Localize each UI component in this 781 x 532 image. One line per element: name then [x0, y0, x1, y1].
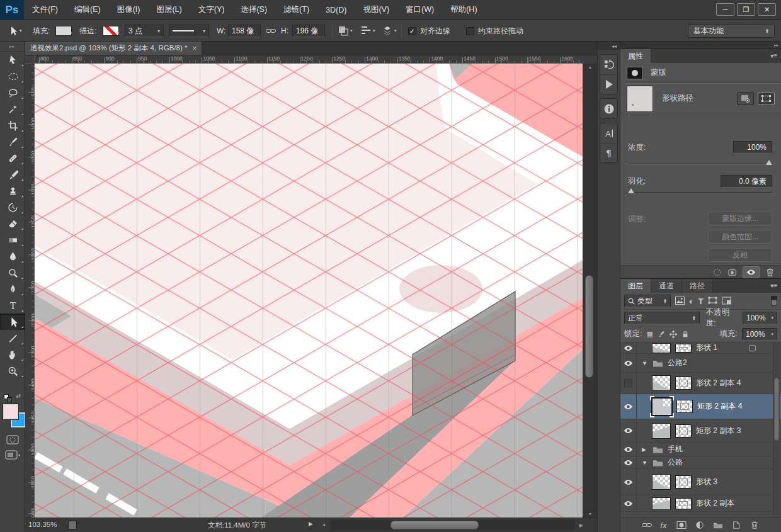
color-swatches[interactable] [3, 404, 23, 431]
fill-field[interactable]: 100% ▾ [742, 328, 777, 341]
stroke-style-select[interactable]: ▾ [169, 20, 209, 42]
horizontal-scrollbar[interactable] [331, 520, 575, 530]
layer-row-shape2copy4[interactable]: 形状 2 副本 4 [620, 373, 781, 394]
path-select-tool[interactable] [0, 314, 25, 330]
line-tool[interactable] [0, 330, 25, 346]
color-range-button[interactable]: 颜色范围... [708, 230, 772, 244]
close-button[interactable]: ✕ [758, 3, 776, 16]
clone-stamp-tool[interactable] [0, 183, 25, 199]
horizontal-scrollbar-thumb[interactable] [390, 521, 479, 529]
path-operations-icon[interactable]: ▾ [338, 20, 353, 42]
visibility-eye-icon[interactable] [620, 394, 637, 419]
density-slider[interactable] [628, 164, 772, 165]
load-selection-icon[interactable] [712, 268, 722, 277]
visibility-eye-icon[interactable] [620, 354, 637, 372]
tab-close-icon[interactable]: × [192, 44, 197, 53]
layer-group-gonglu2[interactable]: ▼ 公路2 [620, 354, 781, 373]
opacity-field[interactable]: 100% ▾ [743, 312, 777, 324]
stroke-swatch[interactable]: ▾ [103, 20, 119, 42]
quick-select-tool[interactable] [0, 101, 25, 117]
feather-slider-thumb[interactable] [628, 188, 634, 193]
layers-scrollbar-thumb[interactable] [774, 378, 779, 441]
gradient-tool[interactable] [0, 232, 25, 248]
visibility-eye-icon[interactable] [620, 469, 637, 495]
path-arrangement-icon[interactable]: ▾ [382, 20, 397, 42]
ruler-origin-corner[interactable] [25, 55, 35, 64]
layers-scrollbar[interactable] [773, 342, 780, 518]
default-swatches-icon[interactable]: ⇄ [4, 393, 21, 403]
visibility-eye-icon[interactable] [620, 419, 637, 442]
crop-tool[interactable] [0, 117, 25, 133]
tab-properties[interactable]: 属性 [620, 49, 651, 63]
layer-group-shouji[interactable]: ▶ 手机 [620, 443, 781, 456]
menu-window[interactable]: 窗口(W) [397, 0, 442, 20]
layer-row-rect2copy4-selected[interactable]: 矩形 2 副本 4 [620, 394, 781, 419]
eyedropper-tool[interactable] [0, 133, 25, 150]
blend-mode-select[interactable]: 正常 ▲▼ [624, 312, 700, 324]
tab-paths[interactable]: 路径 [682, 279, 713, 293]
menu-3d[interactable]: 3D(D) [317, 0, 355, 20]
dodge-tool[interactable] [0, 264, 25, 281]
add-layer-mask-icon[interactable] [676, 521, 687, 529]
restore-button[interactable]: ❐ [737, 3, 755, 16]
menu-layer[interactable]: 图层(L) [148, 0, 190, 20]
scroll-right-arrow[interactable]: ▶ [579, 523, 583, 528]
move-tool[interactable] [0, 52, 25, 68]
link-dimensions-icon[interactable] [266, 20, 276, 42]
current-tool-icon[interactable]: ▾ [8, 20, 22, 42]
invert-button[interactable]: 反相 [708, 248, 772, 262]
group-expand-icon[interactable]: ▼ [642, 460, 648, 466]
status-flyout-arrow[interactable]: ▶ [309, 521, 313, 527]
expand-panels-icon[interactable]: ◂◂ [598, 42, 620, 50]
mask-edge-button[interactable]: 蒙版边缘... [708, 212, 772, 225]
tab-layers[interactable]: 图层 [620, 279, 651, 293]
apply-mask-icon[interactable] [727, 268, 737, 277]
delete-mask-icon[interactable] [765, 268, 775, 277]
healing-brush-tool[interactable] [0, 150, 25, 166]
filter-adjustment-layers-icon[interactable]: ◐ [689, 297, 694, 305]
lock-position-icon[interactable] [670, 331, 677, 338]
layer-style-fx-icon[interactable]: fx. [660, 521, 668, 530]
menu-file[interactable]: 文件(F) [24, 0, 66, 20]
shape-path-thumbnail[interactable] [627, 86, 653, 112]
screen-mode-button[interactable]: ▾ [0, 447, 25, 462]
path-alignment-icon[interactable]: ▾ [360, 20, 375, 42]
group-expand-icon[interactable]: ▶ [642, 446, 648, 453]
new-layer-icon[interactable] [731, 521, 741, 529]
enable-mask-eye-icon[interactable] [743, 266, 760, 278]
zoom-tool[interactable] [0, 363, 25, 379]
visibility-toggle-empty[interactable] [620, 373, 637, 393]
lock-pixels-icon[interactable] [658, 331, 665, 338]
align-edges-checkbox[interactable]: ✓ 对齐边缘 [408, 20, 450, 42]
filter-shape-layers-icon[interactable] [708, 297, 717, 305]
menu-view[interactable]: 视图(V) [355, 0, 397, 20]
tools-collapse-icon[interactable]: ▸▸ [0, 42, 25, 52]
type-tool[interactable]: T [0, 297, 25, 314]
dock-header[interactable]: ▸▸ [620, 42, 781, 49]
group-expand-icon[interactable]: ▼ [642, 360, 648, 366]
density-slider-thumb[interactable] [766, 160, 772, 165]
layer-row-shape2copy[interactable]: 形状 2 副本 [620, 495, 781, 512]
lock-transparency-icon[interactable]: ▦ [646, 330, 653, 338]
panel-menu-icon[interactable]: ▾≡ [770, 52, 777, 59]
vector-mask-button[interactable] [758, 92, 775, 105]
menu-filter[interactable]: 滤镜(T) [275, 0, 317, 20]
pen-tool[interactable] [0, 281, 25, 297]
feather-value[interactable]: 0.0 像素 [721, 175, 772, 188]
layers-panel-menu-icon[interactable]: ▾≡ [770, 282, 777, 289]
layer-row-shape1[interactable]: 形状 1 [620, 342, 781, 354]
fill-swatch[interactable]: ▾ [55, 20, 72, 42]
filter-smart-objects-icon[interactable] [722, 297, 731, 306]
new-group-icon[interactable] [713, 521, 723, 529]
width-field[interactable]: 158 像 [228, 20, 261, 42]
layer-filter-type-select[interactable]: 类型 ▲▼ [624, 295, 671, 307]
minimize-button[interactable]: ─ [716, 3, 734, 16]
layer-row-shape3[interactable]: 形状 3 [620, 469, 781, 495]
menu-image[interactable]: 图像(I) [109, 0, 149, 20]
add-pixel-mask-button[interactable] [737, 92, 754, 105]
filter-pixel-layers-icon[interactable] [675, 297, 685, 306]
height-field[interactable]: 196 像 [292, 20, 325, 42]
stroke-width-select[interactable]: 3 点▾ [125, 20, 164, 42]
tab-channels[interactable]: 通道 [651, 279, 682, 293]
history-brush-tool[interactable] [0, 199, 25, 215]
